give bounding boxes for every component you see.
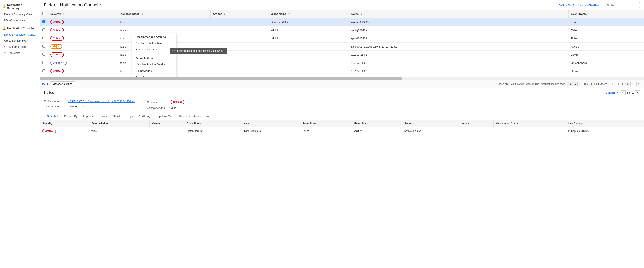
- row-checkbox-cell[interactable]: [40, 18, 48, 26]
- col-owner: Owner ▼: [210, 10, 268, 18]
- row-checkbox-cell[interactable]: [40, 51, 48, 59]
- detail-next-btn[interactable]: >: [635, 90, 640, 95]
- page-separator: /: [625, 82, 626, 85]
- filter-input[interactable]: [602, 2, 640, 8]
- detail-page-nav: < 1 of 1 >: [620, 90, 640, 95]
- row-name: [Group 2][ 10.107.119.3, 10.107.117.2 ]: [348, 42, 568, 51]
- sidebar-item-5g[interactable]: 5G Infrastructure: [0, 17, 40, 23]
- page-title: Default Notification Console: [44, 2, 101, 8]
- row-severity: Critical: [48, 18, 118, 26]
- detail-header-right: ACTIONS ▾ < 1 of 1 >: [604, 90, 640, 95]
- acknowledged-filter-icon[interactable]: ▼: [141, 13, 144, 15]
- detail-chevron-down-icon: ▾: [616, 91, 618, 94]
- footer-left: 1 Manage Columns: [42, 81, 75, 86]
- per-page-select[interactable]: 50 100 25: [567, 82, 578, 86]
- tab-history[interactable]: History: [96, 112, 110, 120]
- manage-columns-button[interactable]: Manage Columns: [50, 81, 75, 86]
- select-all-header[interactable]: [40, 10, 48, 18]
- sidebar-item-default-console[interactable]: Default Notification Cons...: [0, 32, 40, 38]
- row-checkbox-cell[interactable]: [40, 34, 48, 42]
- footer-checkbox[interactable]: [42, 83, 45, 85]
- more-tabs-button[interactable]: •••: [204, 112, 211, 120]
- severity-badge: Critical: [50, 28, 64, 32]
- table-row[interactable]: Major false [Group 2][ 10.107.119.3, 10.…: [40, 42, 644, 51]
- row-checkbox[interactable]: [42, 69, 45, 72]
- sidebar-item-default-summary[interactable]: Default Summary View: [0, 11, 40, 17]
- other-actions-title: Other Actions: [132, 55, 176, 61]
- actions-button[interactable]: ACTIONS ▾: [559, 3, 574, 6]
- table-row[interactable]: Critical false edUnit asdfg00142a Failed: [40, 26, 644, 34]
- next-page-btn[interactable]: >: [630, 82, 635, 86]
- detail-panel: Failed ACTIONS ▾ < 1 of 1 > Ent: [40, 88, 644, 135]
- row-owner: [210, 34, 268, 42]
- row-checkbox-cell[interactable]: [40, 59, 48, 67]
- acknowledge-item[interactable]: Acknowledge: [132, 68, 176, 74]
- view-notification-details-item[interactable]: View Notification Details: [132, 61, 176, 68]
- row-checkbox[interactable]: [42, 61, 45, 64]
- sidebar-item-cross-domain[interactable]: Cross Domain RCA: [0, 38, 40, 44]
- remediation-action-item[interactable]: Remediation Action ›: [132, 46, 176, 53]
- severity-filter-icon[interactable]: ▼: [62, 13, 65, 15]
- sub-table-area: Severity Acknowledged Owner Class Name N…: [40, 120, 644, 135]
- chevron-down-icon-3: ▾: [572, 3, 574, 6]
- classname-filter-icon[interactable]: ▼: [288, 13, 290, 15]
- horizontal-scrollbar[interactable]: [40, 77, 644, 80]
- tab-caused-by[interactable]: Caused By: [61, 112, 80, 120]
- prev-page-btn[interactable]: <: [616, 82, 620, 86]
- col-eventname: Event Name: [568, 10, 644, 18]
- sidebar-section-notification-console[interactable]: 🔔 Notification Console ▼: [0, 25, 40, 32]
- severity-badge: Critical: [42, 129, 56, 133]
- severity-row: Severity Critical: [147, 100, 184, 104]
- tab-topology-map[interactable]: Topology Map: [153, 112, 176, 120]
- row-checkbox[interactable]: [42, 53, 45, 56]
- first-page-btn[interactable]: |<: [609, 82, 614, 86]
- range-info: 1 - 50 of 146 notifications: [579, 82, 607, 85]
- entity-name-row: Entity Name NOTIFICATION-DistributedUnit…: [44, 100, 134, 103]
- sub-col-eventname: Event Name: [300, 120, 352, 127]
- last-page-btn[interactable]: >|: [636, 82, 642, 86]
- tab-impacts[interactable]: Impacts: [80, 112, 96, 120]
- row-owner: [210, 26, 268, 34]
- row-name: qwert000206a: [348, 34, 568, 42]
- tab-audit-log[interactable]: Audit Log: [136, 112, 153, 120]
- name-filter-icon[interactable]: ▼: [360, 13, 363, 15]
- row-checkbox[interactable]: [42, 37, 45, 39]
- table-row[interactable]: Unknown false 10.107.119.3 Unresponsive: [40, 59, 644, 67]
- select-all-checkbox[interactable]: [42, 12, 45, 15]
- row-checkbox[interactable]: [42, 45, 45, 47]
- detail-prev-btn[interactable]: <: [620, 90, 626, 95]
- row-checkbox[interactable]: [42, 28, 45, 31]
- tab-tags[interactable]: Tags: [124, 112, 136, 120]
- table-row[interactable]: Unknown false 10.107.116.241 Unresponsiv…: [40, 75, 644, 77]
- take-ownership-item[interactable]: Take Ownership: [132, 74, 176, 77]
- chevron-down-icon: ▼: [35, 5, 37, 8]
- row-checkbox-cell[interactable]: [40, 67, 48, 75]
- add-console-button[interactable]: ADD CONSOLE: [577, 3, 599, 6]
- row-name: 10.107.119.3: [348, 67, 568, 75]
- tab-health-dashboard[interactable]: Health Dashboard: [176, 112, 204, 120]
- tab-details[interactable]: Details: [110, 112, 124, 120]
- class-name-value: DistributedUnit: [68, 105, 85, 108]
- table-row[interactable]: Critical false 10.107.119.3 Down: [40, 67, 644, 75]
- row-checkbox-cell[interactable]: [40, 75, 48, 77]
- detail-tabs: Selected Caused By Impacts History Detai…: [40, 112, 644, 120]
- sidebar-item-vrops[interactable]: vROps Alerts: [0, 50, 40, 56]
- entity-name-value[interactable]: NOTIFICATION-DistributedUnit_uiopa300020…: [68, 100, 134, 103]
- sidebar-item-vran[interactable]: vRAN Infrastructure: [0, 44, 40, 50]
- owner-filter-icon[interactable]: ▼: [223, 13, 226, 15]
- row-checkbox-cell[interactable]: [40, 42, 48, 51]
- tab-selected[interactable]: Selected: [44, 112, 61, 120]
- sidebar-section-notification-summary[interactable]: 🔔 Notification Summary ▼: [0, 2, 40, 11]
- scroll-thumb[interactable]: [40, 77, 402, 80]
- row-checkbox[interactable]: [42, 20, 45, 23]
- table-row[interactable]: Critical false edUnit qwert000206a Faile…: [40, 34, 644, 42]
- sub-col-severity: Severity: [40, 120, 89, 127]
- footer-right: Sorted on : Last Change - descending Not…: [497, 82, 642, 86]
- table-row[interactable]: Critical false 10.107.119.1 Down: [40, 51, 644, 59]
- row-severity: Unknown: [48, 59, 118, 67]
- row-checkbox-cell[interactable]: [40, 26, 48, 34]
- detail-actions-button[interactable]: ACTIONS ▾: [604, 91, 618, 94]
- add-remediation-rule-item[interactable]: Add Remediation Rule: [132, 40, 176, 46]
- table-row[interactable]: Critical false DistributedUnit uiopa3000…: [40, 18, 644, 26]
- per-page-label: Notifications per page: [541, 82, 565, 85]
